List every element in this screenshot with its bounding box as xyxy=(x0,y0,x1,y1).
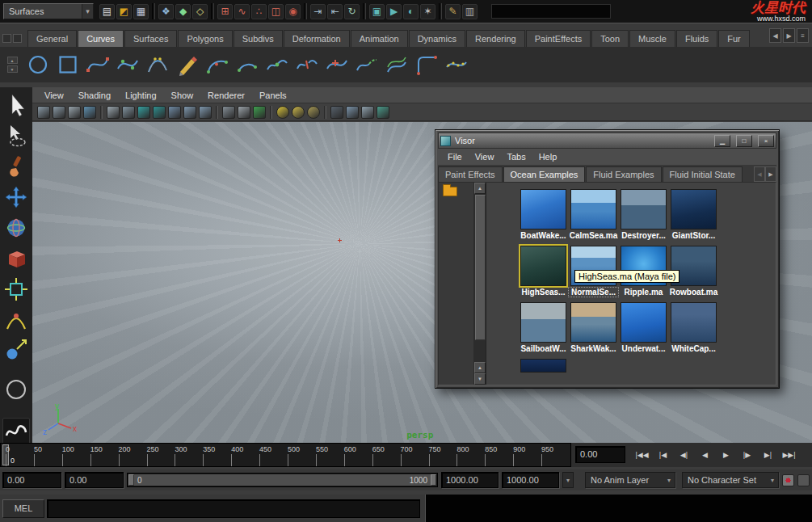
snap-to-points-icon[interactable]: ∴ xyxy=(251,4,267,19)
cv-curve-tool-icon[interactable] xyxy=(84,51,111,78)
shelf-tab-painteffects[interactable]: PaintEffects xyxy=(526,30,591,47)
save-scene-icon[interactable]: ▦ xyxy=(133,4,149,19)
default-light-icon[interactable] xyxy=(292,106,305,119)
textured-icon[interactable] xyxy=(253,106,266,119)
panel-menu-renderer[interactable]: Renderer xyxy=(200,91,252,100)
ipr-render-icon[interactable]: ◐ xyxy=(403,4,419,19)
shelf-tab-dynamics[interactable]: Dynamics xyxy=(409,30,465,47)
no-lights-icon[interactable] xyxy=(307,106,320,119)
shadows-icon[interactable] xyxy=(330,106,343,119)
timeline-ruler[interactable]: 0 05010015020025030035040045050055060065… xyxy=(0,443,571,467)
visor-item[interactable]: Underwat... xyxy=(619,302,668,357)
shelf-tab-subdivs[interactable]: Subdivs xyxy=(234,30,283,47)
new-scene-icon[interactable]: ▤ xyxy=(99,4,115,19)
visor-menu-tabs[interactable]: Tabs xyxy=(500,152,532,162)
resolution-gate-icon[interactable] xyxy=(137,106,150,119)
range-slider[interactable]: 0 1000 xyxy=(127,473,438,487)
quick-selection-input[interactable] xyxy=(491,4,611,19)
field-chart-icon[interactable] xyxy=(168,106,181,119)
three-point-arc-icon[interactable] xyxy=(204,51,231,78)
scroll-up-icon[interactable]: ▲ xyxy=(474,183,486,194)
anim-layer-selector[interactable]: No Anim Layer ▾ xyxy=(585,472,675,488)
universal-manipulator-icon[interactable] xyxy=(2,276,30,303)
safe-action-icon[interactable] xyxy=(183,106,196,119)
visor-menu-view[interactable]: View xyxy=(469,152,501,162)
nurbs-square-icon[interactable] xyxy=(54,51,82,78)
lights-icon[interactable] xyxy=(276,106,289,119)
snap-to-view-planes-icon[interactable]: ◫ xyxy=(268,4,284,19)
shelf-tab-animation[interactable]: Animation xyxy=(351,30,408,47)
render-settings-icon[interactable]: ✶ xyxy=(420,4,435,19)
pencil-curve-tool-icon[interactable] xyxy=(174,51,201,78)
thumbnail-image[interactable] xyxy=(671,189,717,229)
shelf-tab-toon[interactable]: Toon xyxy=(591,30,629,47)
shelf-tabs-scroll-right-icon[interactable]: ▶ xyxy=(783,28,795,43)
two-point-arc-icon[interactable] xyxy=(234,51,261,78)
snap-to-grids-icon[interactable]: ⊞ xyxy=(217,4,233,19)
shelf-menu-icon[interactable]: ≡ xyxy=(797,28,809,43)
paint-effects-panel-icon[interactable]: ✎ xyxy=(445,4,461,19)
detach-curves-icon[interactable] xyxy=(293,51,321,78)
visor-item[interactable]: SailboatW... xyxy=(519,302,568,357)
minimize-button[interactable]: ▁ xyxy=(714,135,730,147)
extend-curve-icon[interactable] xyxy=(353,51,381,78)
curve-fillet-icon[interactable] xyxy=(413,51,440,78)
shelf-tab-fur[interactable]: Fur xyxy=(718,30,750,47)
scrollbar-thumb[interactable] xyxy=(475,195,486,340)
shelf-tab-rendering[interactable]: Rendering xyxy=(466,30,525,47)
visor-item[interactable]: Destroyer... xyxy=(619,189,668,244)
outputs-from-selected-icon[interactable]: ⇤ xyxy=(327,4,343,19)
scale-tool-icon[interactable] xyxy=(2,245,30,272)
current-time-field[interactable]: 0.00 xyxy=(575,446,625,463)
shelf-tab-fluids[interactable]: Fluids xyxy=(676,30,717,47)
shelf-tabs-scroll-left-icon[interactable]: ◀ xyxy=(769,28,781,43)
thumbnail-image[interactable] xyxy=(520,189,566,229)
panel-menu-panels[interactable]: Panels xyxy=(252,91,294,100)
panel-menu-show[interactable]: Show xyxy=(164,91,201,100)
thumbnail-image[interactable] xyxy=(520,359,566,373)
open-scene-icon[interactable]: ◩ xyxy=(116,4,132,19)
animation-start-field[interactable]: 0.00 xyxy=(2,472,61,488)
playback-end-field[interactable]: 1000.00 xyxy=(441,472,499,488)
insert-knot-icon[interactable] xyxy=(323,51,351,78)
camera-attributes-icon[interactable] xyxy=(53,106,65,119)
step-forward-key-button[interactable]: |▶ xyxy=(737,445,757,465)
select-by-object-icon[interactable]: ◆ xyxy=(175,4,191,19)
tab-scroll-left-icon[interactable]: ◀ xyxy=(754,166,765,182)
bookmark-icon[interactable] xyxy=(68,106,81,119)
range-bar[interactable]: 0 1000 xyxy=(134,474,431,486)
thumbnail-image[interactable] xyxy=(520,246,566,286)
play-backwards-button[interactable]: ◀ xyxy=(695,445,715,465)
range-end-handle[interactable] xyxy=(431,474,436,486)
paint-selection-tool-icon[interactable] xyxy=(2,153,30,180)
menu-set-selector[interactable]: Surfaces ▾ xyxy=(3,3,94,19)
make-live-icon[interactable]: ◉ xyxy=(285,4,301,19)
smooth-shade-icon[interactable] xyxy=(238,106,250,119)
visor-tab-fluid-examples[interactable]: Fluid Examples xyxy=(586,166,661,182)
visor-item[interactable]: WhiteCap... xyxy=(669,302,718,357)
shelf-tab-deformation[interactable]: Deformation xyxy=(284,30,350,47)
wireframe-icon[interactable] xyxy=(222,106,235,119)
isolate-select-icon[interactable] xyxy=(361,106,374,119)
scroll-down-icon[interactable]: ▼ xyxy=(474,373,486,385)
visor-scrollbar[interactable]: ▲ ▲ ▼ xyxy=(474,183,486,385)
shelf-scroll-up-icon[interactable]: ▲ xyxy=(7,57,18,64)
construction-history-icon[interactable]: ↻ xyxy=(344,4,360,19)
select-camera-icon[interactable] xyxy=(37,106,50,119)
visor-tab-ocean-examples[interactable]: Ocean Examples xyxy=(503,166,586,182)
shelf-tab-general[interactable]: General xyxy=(27,30,77,47)
safe-title-icon[interactable] xyxy=(199,106,212,119)
visor-item[interactable]: SharkWak... xyxy=(569,302,618,357)
thumbnail-image[interactable] xyxy=(570,302,616,343)
step-forward-frame-button[interactable]: ▶| xyxy=(758,445,778,465)
range-start-handle[interactable] xyxy=(128,474,134,486)
open-render-view-icon[interactable]: ▣ xyxy=(369,4,385,19)
folder-icon[interactable] xyxy=(443,187,457,196)
ep-curve-tool-icon[interactable] xyxy=(114,51,141,78)
tab-scroll-right-icon[interactable]: ▶ xyxy=(765,166,776,182)
panel-menu-view[interactable]: View xyxy=(37,91,71,100)
snap-to-curves-icon[interactable]: ∿ xyxy=(234,4,250,19)
rotate-tool-icon[interactable] xyxy=(2,214,30,242)
xray-icon[interactable] xyxy=(346,106,359,119)
visor-tab-paint-effects[interactable]: Paint Effects xyxy=(438,166,503,182)
